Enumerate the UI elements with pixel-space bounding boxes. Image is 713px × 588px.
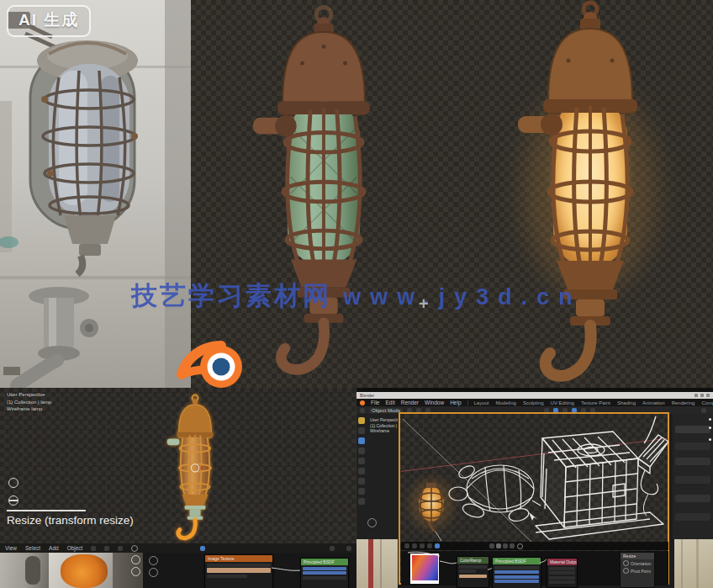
corner-texture-right xyxy=(674,539,713,588)
active-editor-icon[interactable] xyxy=(200,546,205,551)
workspace-tab[interactable]: Modeling xyxy=(496,400,516,405)
menu-item[interactable]: Select xyxy=(25,545,40,551)
thumb-nav2-icon[interactable] xyxy=(131,567,140,576)
prop-row[interactable] xyxy=(675,426,710,433)
blender-app-icon[interactable] xyxy=(360,400,365,405)
app-menu-item[interactable]: Render xyxy=(401,400,419,405)
snap-icon[interactable] xyxy=(91,546,96,551)
radio-icon[interactable] xyxy=(623,560,629,566)
close-icon[interactable] xyxy=(706,394,710,397)
viewport-overlay-line: User Perspective xyxy=(370,417,398,423)
left-editor-header: ViewSelectAddObject xyxy=(0,543,356,553)
header-menu-group: ViewSelectAddObject xyxy=(5,545,82,551)
panel-row-label[interactable]: Pivot Point xyxy=(631,569,651,574)
prop-row[interactable] xyxy=(675,442,710,450)
prop-row[interactable] xyxy=(675,476,710,484)
editor-type-icon[interactable] xyxy=(360,408,365,413)
blender-logo-icon xyxy=(177,331,247,392)
magnet-icon[interactable] xyxy=(104,546,109,551)
texture-line xyxy=(380,539,382,588)
selected-lamp-model[interactable] xyxy=(153,394,237,543)
viewport-status-bar xyxy=(401,542,668,550)
tool-annotate-icon[interactable] xyxy=(358,478,365,485)
workspace-tab[interactable]: Compositing xyxy=(701,400,713,405)
prop-row[interactable] xyxy=(675,513,710,521)
left-node-wires xyxy=(143,553,356,588)
texture-line xyxy=(696,539,699,588)
corner-texture-left xyxy=(356,539,398,588)
model-green-panel xyxy=(191,0,454,388)
workspace-tab[interactable]: UV Editing xyxy=(551,400,574,405)
app-menu-item[interactable]: File xyxy=(371,400,379,405)
watermark-cjk: 技艺学习素材网 xyxy=(131,281,331,310)
panel-row-label[interactable]: Orientation xyxy=(631,561,651,566)
tool-scale-icon[interactable] xyxy=(358,458,365,464)
menu-separator xyxy=(467,400,468,405)
left-viewport-overlay: User Perspective(1) Collection | lampWir… xyxy=(7,391,51,413)
status-icon-1[interactable] xyxy=(404,543,409,548)
status-icon-2[interactable] xyxy=(412,543,417,548)
app-menu-item[interactable]: Window xyxy=(425,400,444,405)
workspace-tab[interactable]: Rendering xyxy=(672,400,695,405)
watermark-text: 技艺学习素材网www.jy3d.cn xyxy=(131,278,582,314)
menu-item[interactable]: Add xyxy=(49,545,59,551)
viewport-toolbar xyxy=(358,417,367,505)
move-cursor-icon: + xyxy=(419,294,429,314)
workspace-tab[interactable]: Texture Paint xyxy=(581,400,610,405)
properties-column xyxy=(673,414,713,539)
operator-panel[interactable]: Resize OrientationPivot Point xyxy=(620,552,655,588)
workspace-tab[interactable]: Sculpting xyxy=(523,400,544,405)
app-menu-item[interactable]: Edit xyxy=(385,400,394,405)
operator-panel-title[interactable]: Resize xyxy=(621,553,654,559)
tool-measure-icon[interactable] xyxy=(358,488,365,495)
menu-bar: FileEditRenderWindowHelp LayoutModelingS… xyxy=(356,399,713,406)
app-menu-item[interactable]: Help xyxy=(450,400,461,405)
operator-hud-text: Resize (transform resize) xyxy=(7,514,134,527)
thumb-nav-icon[interactable] xyxy=(131,555,140,564)
workspace-tab[interactable]: Shading xyxy=(617,400,636,405)
workspace-tab[interactable]: Animation xyxy=(642,400,665,405)
texture-line xyxy=(681,539,683,588)
status-icon-3[interactable] xyxy=(420,543,425,548)
status-share-icon[interactable] xyxy=(435,543,440,548)
prop-row[interactable] xyxy=(675,458,710,465)
thumb-orange-lamp xyxy=(61,554,108,588)
tool-rotate-icon[interactable] xyxy=(358,448,365,454)
edge-dot xyxy=(709,418,711,421)
tool-move-icon-active[interactable] xyxy=(358,437,365,444)
hud-minus-circle-icon xyxy=(8,495,18,506)
slot-boxes[interactable] xyxy=(489,543,515,548)
app-menus: FileEditRenderWindowHelp xyxy=(371,400,462,405)
viewport-overlay-line: Wireframe lamp xyxy=(7,405,51,413)
hud-circle-icon xyxy=(8,478,18,488)
viewport-overlay-line: (1) Collection | lamp xyxy=(7,399,51,406)
tool-add-icon[interactable] xyxy=(358,498,365,505)
green-lamp-graphic xyxy=(241,2,406,385)
menu-item[interactable]: Object xyxy=(67,545,83,551)
pin-icon[interactable] xyxy=(517,543,523,549)
tool-select-icon[interactable] xyxy=(358,417,365,424)
more-icon[interactable] xyxy=(346,546,351,551)
mouse-cursor xyxy=(529,512,537,521)
render-icon[interactable] xyxy=(701,408,706,413)
prop-row[interactable] xyxy=(675,495,710,502)
minimize-icon[interactable] xyxy=(695,394,698,397)
texture-red-stripe xyxy=(368,539,373,588)
status-icon-4[interactable] xyxy=(427,543,432,548)
window-buttons[interactable] xyxy=(695,394,710,397)
options-icon[interactable] xyxy=(330,546,335,551)
workspace-tab[interactable]: Layout xyxy=(474,400,489,405)
radio-icon[interactable] xyxy=(623,568,629,574)
maximize-icon[interactable] xyxy=(700,394,704,397)
tool-cursor-icon[interactable] xyxy=(358,427,365,434)
window-titlebar[interactable]: Blender xyxy=(356,392,713,399)
proportional-icon[interactable] xyxy=(118,546,123,551)
menu-item[interactable]: View xyxy=(5,545,17,551)
collection-icon[interactable] xyxy=(367,518,377,527)
overlay-toggle-icon[interactable] xyxy=(131,545,138,552)
texture-thumb-paint[interactable] xyxy=(49,553,143,588)
tool-transform-icon[interactable] xyxy=(358,468,365,474)
workspace-tabs: LayoutModelingSculptingUV EditingTexture… xyxy=(474,400,713,405)
texture-thumb-wall[interactable] xyxy=(0,553,49,588)
thumb-lamp-silhouette xyxy=(25,556,40,585)
